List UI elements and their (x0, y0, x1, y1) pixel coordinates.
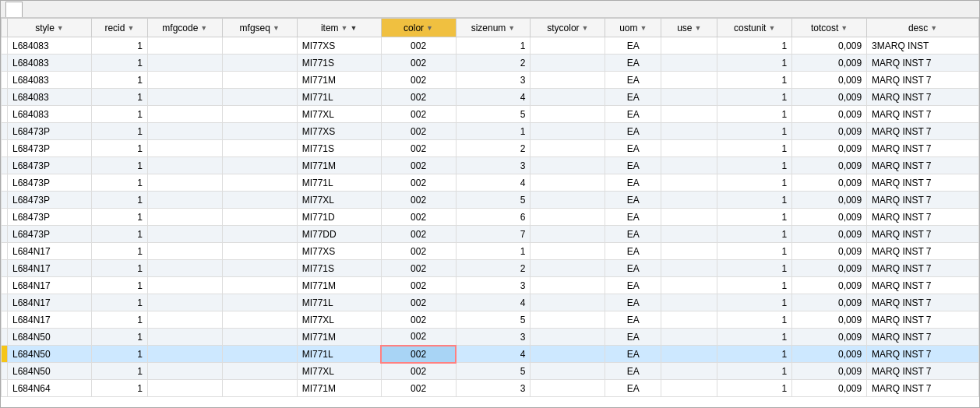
cell-stycolor[interactable] (531, 157, 605, 174)
cell-sizenum[interactable]: 4 (456, 346, 531, 363)
cell-sizenum[interactable]: 5 (456, 311, 531, 329)
cell-recid[interactable]: 1 (91, 89, 147, 106)
cell-uom[interactable]: EA (605, 192, 661, 209)
cell-uom[interactable]: EA (605, 174, 661, 192)
cell-mfgseq[interactable] (222, 226, 297, 243)
col-header-use[interactable]: use▼ (661, 19, 717, 37)
table-row[interactable]: L684N171MI77XL0025EA10,009MARQ INST 7 (2, 311, 979, 329)
cell-costunit[interactable]: 1 (717, 363, 792, 380)
col-header-costunit[interactable]: costunit▼ (717, 19, 792, 37)
cell-desc[interactable]: MARQ INST 7 (867, 311, 979, 329)
cell-use[interactable] (661, 72, 717, 89)
cell-totcost[interactable]: 0,009 (792, 294, 867, 311)
cell-item[interactable]: MI77XS (297, 123, 381, 140)
table-row[interactable]: L68473P1MI771S0022EA10,009MARQ INST 7 (2, 140, 979, 157)
col-resize-handle-mfgcode[interactable] (219, 19, 222, 37)
cell-stycolor[interactable] (531, 72, 605, 89)
cell-recid[interactable]: 1 (91, 37, 147, 55)
table-row[interactable]: L68473P1MI77XS0021EA10,009MARQ INST 7 (2, 123, 979, 140)
cell-uom[interactable]: EA (605, 277, 661, 294)
cell-costunit[interactable]: 1 (717, 329, 792, 346)
cell-desc[interactable]: MARQ INST 7 (867, 55, 979, 72)
cell-color[interactable]: 002 (381, 243, 456, 260)
cell-style[interactable]: L68473P (8, 174, 92, 192)
cell-sizenum[interactable]: 6 (456, 209, 531, 226)
cell-recid[interactable]: 1 (91, 140, 147, 157)
cell-color[interactable]: 002 (381, 89, 456, 106)
cell-totcost[interactable]: 0,009 (792, 346, 867, 363)
cell-stycolor[interactable] (531, 277, 605, 294)
cell-mfgseq[interactable] (222, 277, 297, 294)
cell-color[interactable]: 002 (381, 380, 456, 397)
cell-uom[interactable]: EA (605, 89, 661, 106)
cell-uom[interactable]: EA (605, 37, 661, 55)
cell-totcost[interactable]: 0,009 (792, 106, 867, 123)
cell-mfgcode[interactable] (147, 37, 222, 55)
cell-costunit[interactable]: 1 (717, 209, 792, 226)
cell-uom[interactable]: EA (605, 346, 661, 363)
cell-sizenum[interactable]: 7 (456, 226, 531, 243)
cell-color[interactable]: 002 (381, 106, 456, 123)
cell-costunit[interactable]: 1 (717, 380, 792, 397)
cell-recid[interactable]: 1 (91, 123, 147, 140)
cell-desc[interactable]: 3MARQ INST (867, 37, 979, 55)
cell-mfgcode[interactable] (147, 174, 222, 192)
cell-mfgcode[interactable] (147, 243, 222, 260)
cell-totcost[interactable]: 0,009 (792, 243, 867, 260)
col-filter-icon-item[interactable]: ▼ (350, 24, 357, 32)
cell-uom[interactable]: EA (605, 106, 661, 123)
cell-totcost[interactable]: 0,009 (792, 140, 867, 157)
cell-costunit[interactable]: 1 (717, 192, 792, 209)
cell-use[interactable] (661, 243, 717, 260)
cell-use[interactable] (661, 209, 717, 226)
cell-mfgcode[interactable] (147, 380, 222, 397)
col-header-stycolor[interactable]: stycolor▼ (531, 19, 605, 37)
col-dropdown-icon-mfgcode[interactable]: ▼ (200, 24, 207, 32)
cell-uom[interactable]: EA (605, 157, 661, 174)
cell-uom[interactable]: EA (605, 329, 661, 346)
cell-color[interactable]: 002 (381, 55, 456, 72)
cell-stycolor[interactable] (531, 174, 605, 192)
cell-desc[interactable]: MARQ INST 7 (867, 140, 979, 157)
cell-item[interactable]: MI771L (297, 294, 381, 311)
cell-mfgseq[interactable] (222, 123, 297, 140)
cell-recid[interactable]: 1 (91, 311, 147, 329)
cell-totcost[interactable]: 0,009 (792, 55, 867, 72)
cell-recid[interactable]: 1 (91, 380, 147, 397)
cell-item[interactable]: MI771S (297, 260, 381, 277)
col-header-desc[interactable]: desc▼ (867, 19, 979, 37)
cell-mfgseq[interactable] (222, 174, 297, 192)
table-row[interactable]: L684N171MI77XS0021EA10,009MARQ INST 7 (2, 243, 979, 260)
cell-mfgcode[interactable] (147, 277, 222, 294)
cell-style[interactable]: L684N17 (8, 260, 92, 277)
col-resize-handle-item[interactable] (378, 19, 381, 37)
cell-color[interactable]: 002 (381, 192, 456, 209)
cell-recid[interactable]: 1 (91, 192, 147, 209)
cell-style[interactable]: L68473P (8, 140, 92, 157)
cell-totcost[interactable]: 0,009 (792, 380, 867, 397)
cell-uom[interactable]: EA (605, 294, 661, 311)
cell-recid[interactable]: 1 (91, 277, 147, 294)
cell-uom[interactable]: EA (605, 380, 661, 397)
col-dropdown-icon-sizenum[interactable]: ▼ (508, 24, 515, 32)
cell-color[interactable]: 002 (381, 294, 456, 311)
cell-style[interactable]: L684N17 (8, 243, 92, 260)
cell-recid[interactable]: 1 (91, 226, 147, 243)
cell-stycolor[interactable] (531, 123, 605, 140)
cell-costunit[interactable]: 1 (717, 140, 792, 157)
cell-use[interactable] (661, 311, 717, 329)
cell-color[interactable]: 002 (381, 37, 456, 55)
cell-costunit[interactable]: 1 (717, 294, 792, 311)
cell-totcost[interactable]: 0,009 (792, 209, 867, 226)
table-container[interactable]: style▼recid▼mfgcode▼mfgseq▼item▼▼color▼s… (1, 18, 979, 407)
cell-recid[interactable]: 1 (91, 72, 147, 89)
cell-sizenum[interactable]: 2 (456, 260, 531, 277)
col-resize-handle-totcost[interactable] (863, 19, 866, 37)
cell-desc[interactable]: MARQ INST 7 (867, 174, 979, 192)
col-resize-handle-uom[interactable] (657, 19, 661, 37)
cell-sizenum[interactable]: 2 (456, 140, 531, 157)
col-header-style[interactable]: style▼ (8, 19, 92, 37)
cell-mfgseq[interactable] (222, 380, 297, 397)
cell-style[interactable]: L684N17 (8, 311, 92, 329)
cell-mfgseq[interactable] (222, 37, 297, 55)
